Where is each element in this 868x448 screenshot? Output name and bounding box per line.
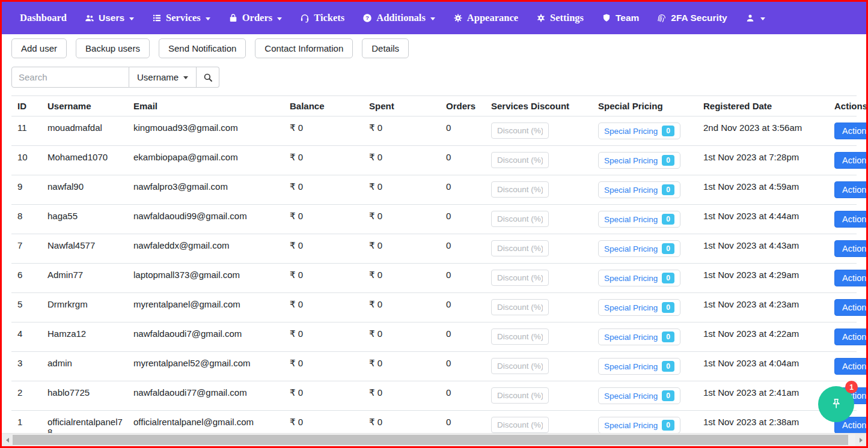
nav-item-team[interactable]: Team bbox=[601, 13, 639, 23]
cell-services-discount bbox=[485, 175, 592, 205]
top-navbar: Dashboard Users Services Orders Tickets … bbox=[2, 2, 866, 34]
discount-input[interactable] bbox=[491, 417, 549, 433]
contact-information-button[interactable]: Contact Information bbox=[255, 38, 353, 58]
action-button[interactable]: Action bbox=[834, 328, 868, 345]
cell-special-pricing: Special Pricing 0 bbox=[592, 264, 697, 293]
cell-username: Drmrkrgm bbox=[41, 293, 127, 322]
discount-input[interactable] bbox=[491, 358, 549, 374]
add-user-button[interactable]: Add user bbox=[11, 38, 67, 58]
special-pricing-button[interactable]: Special Pricing 0 bbox=[598, 152, 680, 169]
special-pricing-button[interactable]: Special Pricing 0 bbox=[598, 181, 680, 198]
discount-input[interactable] bbox=[491, 387, 549, 404]
special-pricing-button[interactable]: Special Pricing 0 bbox=[598, 299, 680, 316]
cell-registered-date: 2nd Nov 2023 at 3:56am bbox=[697, 117, 828, 146]
cell-spent: ₹ 0 bbox=[363, 146, 440, 175]
nav-item-dashboard[interactable]: Dashboard bbox=[20, 12, 67, 24]
caret-down-icon bbox=[760, 17, 765, 20]
table-row: 3 admin myrentalpanel52@gmail.com ₹ 0 ₹ … bbox=[11, 352, 857, 381]
cell-email: myrentalpanel52@gmail.com bbox=[127, 352, 284, 381]
action-button[interactable]: Action bbox=[834, 181, 868, 198]
cell-username: haga55 bbox=[41, 205, 127, 234]
nav-item-account[interactable] bbox=[745, 13, 765, 23]
nav-label: Team bbox=[616, 13, 639, 23]
cell-special-pricing: Special Pricing 0 bbox=[592, 234, 697, 264]
special-pricing-button[interactable]: Special Pricing 0 bbox=[598, 211, 680, 228]
table-row: 8 haga55 nawfaldaoudi99@gmail.com ₹ 0 ₹ … bbox=[11, 205, 857, 234]
cell-id: 3 bbox=[11, 352, 41, 381]
action-button[interactable]: Action bbox=[834, 299, 868, 316]
cell-email: myrentalpanel@gmail.com bbox=[127, 293, 284, 322]
action-button[interactable]: Action bbox=[834, 211, 868, 228]
cell-special-pricing: Special Pricing 0 bbox=[592, 293, 697, 322]
cell-username: Hamza12 bbox=[41, 322, 127, 352]
action-button[interactable]: Action bbox=[834, 358, 868, 375]
nav-item-2fa-security[interactable]: 2FA Security bbox=[656, 13, 727, 23]
list-icon bbox=[151, 13, 162, 23]
cell-balance: ₹ 0 bbox=[284, 146, 363, 175]
cell-spent: ₹ 0 bbox=[363, 293, 440, 322]
discount-input[interactable] bbox=[491, 299, 549, 315]
action-button[interactable]: Action bbox=[834, 270, 868, 286]
nav-item-orders[interactable]: Orders bbox=[228, 12, 282, 24]
action-button[interactable]: Action bbox=[834, 152, 868, 169]
nav-label: Settings bbox=[550, 12, 584, 24]
scroll-right-arrow[interactable] bbox=[855, 434, 866, 447]
cell-special-pricing: Special Pricing 0 bbox=[592, 352, 697, 381]
search-button[interactable] bbox=[197, 67, 219, 88]
discount-input[interactable] bbox=[491, 181, 549, 198]
cell-spent: ₹ 0 bbox=[363, 205, 440, 234]
nav-item-users[interactable]: Users bbox=[84, 13, 134, 23]
special-pricing-button[interactable]: Special Pricing 0 bbox=[598, 328, 680, 345]
special-pricing-button[interactable]: Special Pricing 0 bbox=[598, 358, 680, 375]
action-button[interactable]: Action bbox=[834, 240, 868, 257]
user-icon bbox=[745, 13, 756, 23]
special-pricing-button[interactable]: Special Pricing 0 bbox=[598, 270, 680, 286]
search-input[interactable] bbox=[11, 67, 129, 88]
nav-item-services[interactable]: Services bbox=[151, 12, 210, 24]
cell-special-pricing: Special Pricing 0 bbox=[592, 117, 697, 146]
cell-spent: ₹ 0 bbox=[363, 234, 440, 264]
action-button[interactable]: Action bbox=[834, 123, 868, 139]
cell-email: nawfaleddx@gmail.com bbox=[127, 234, 284, 264]
discount-input[interactable] bbox=[491, 270, 549, 286]
cell-actions: Action bbox=[828, 234, 857, 264]
cell-spent: ₹ 0 bbox=[363, 381, 440, 411]
discount-input[interactable] bbox=[491, 152, 549, 168]
special-pricing-button[interactable]: Special Pricing 0 bbox=[598, 417, 680, 434]
backup-users-button[interactable]: Backup users bbox=[76, 38, 150, 58]
nav-item-tickets[interactable]: Tickets bbox=[299, 12, 344, 24]
discount-input[interactable] bbox=[491, 123, 549, 139]
search-filter-select[interactable]: Username bbox=[129, 67, 197, 88]
right-triangle-icon bbox=[860, 438, 863, 443]
count-badge: 0 bbox=[662, 243, 674, 254]
cell-email: laptopmall373@gmail.com bbox=[127, 264, 284, 293]
cell-balance: ₹ 0 bbox=[284, 264, 363, 293]
cell-id: 9 bbox=[11, 175, 41, 205]
nav-label: Tickets bbox=[314, 12, 344, 24]
special-pricing-label: Special Pricing bbox=[604, 303, 658, 312]
cell-username: mouadmafdal bbox=[41, 117, 127, 146]
special-pricing-button[interactable]: Special Pricing 0 bbox=[598, 387, 680, 404]
nav-item-appearance[interactable]: Appearance bbox=[453, 12, 518, 24]
cell-username: Mohamed1070 bbox=[41, 146, 127, 175]
table-row: 4 Hamza12 nawfaldaoudi7@gmail.com ₹ 0 ₹ … bbox=[11, 322, 857, 352]
special-pricing-button[interactable]: Special Pricing 0 bbox=[598, 123, 680, 139]
discount-input[interactable] bbox=[491, 240, 549, 256]
scrollbar-thumb[interactable] bbox=[13, 435, 848, 445]
cell-registered-date: 1st Nov 2023 at 4:44am bbox=[697, 205, 828, 234]
details-button[interactable]: Details bbox=[362, 38, 409, 58]
discount-input[interactable] bbox=[491, 328, 549, 345]
nav-item-additionals[interactable]: ? Additionals bbox=[362, 12, 435, 24]
special-pricing-button[interactable]: Special Pricing 0 bbox=[598, 240, 680, 257]
col-header-special-pricing: Special Pricing bbox=[592, 96, 697, 117]
nav-label: Services bbox=[166, 12, 201, 24]
nav-item-settings[interactable]: Settings bbox=[536, 12, 584, 24]
caret-down-icon bbox=[430, 17, 435, 20]
cell-id: 8 bbox=[11, 205, 41, 234]
cell-registered-date: 1st Nov 2023 at 4:29am bbox=[697, 264, 828, 293]
cell-username: hablo7725 bbox=[41, 381, 127, 411]
discount-input[interactable] bbox=[491, 211, 549, 227]
send-notification-button[interactable]: Send Notification bbox=[159, 38, 246, 58]
scroll-left-arrow[interactable] bbox=[2, 434, 13, 447]
count-badge: 0 bbox=[662, 420, 674, 431]
